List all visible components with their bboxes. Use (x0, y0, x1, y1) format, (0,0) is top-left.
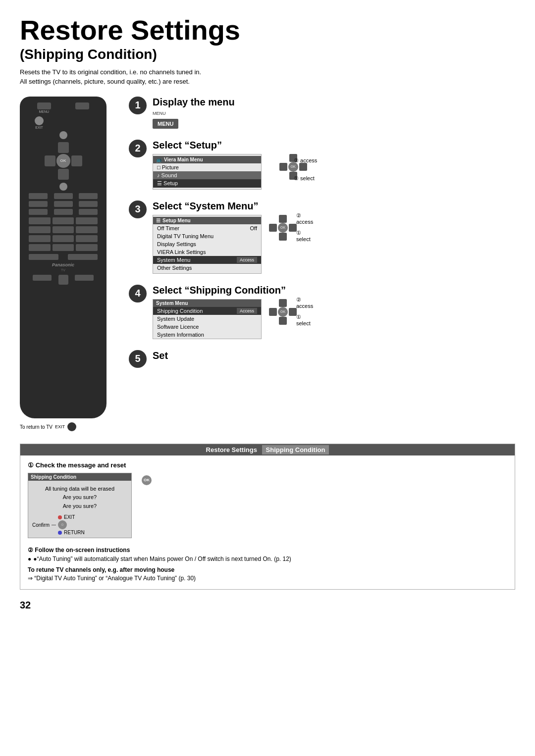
num-0[interactable] (29, 244, 51, 251)
color-btn-red[interactable] (29, 193, 48, 199)
dpad-up[interactable] (58, 142, 69, 153)
step-4-dpad-left (269, 308, 277, 316)
ok-button[interactable]: OK (142, 475, 152, 485)
channel-btn[interactable] (68, 254, 98, 260)
color-btn-blue[interactable] (29, 201, 48, 207)
step-3-ann-access: ② access (296, 212, 313, 225)
ok-row: OK (142, 475, 152, 485)
step-4-inline: System Menu Shipping Condition Access Sy… (153, 299, 515, 339)
exit-annotation-label: To return to TV (20, 424, 53, 430)
step-2-content: Select “Setup” 📺 Viera Main Menu □ Pictu… (153, 140, 515, 190)
number-pad (29, 217, 98, 251)
step-2-item-setup: ☰ Setup (153, 179, 261, 188)
step-4-dpad-right (289, 308, 297, 316)
function-btn-1[interactable] (54, 201, 73, 207)
return-to-tv-annotation: To return to TV EXIT (20, 422, 114, 431)
extra-btn-2[interactable] (75, 275, 94, 281)
num-9[interactable] (76, 235, 98, 242)
step-1: 1 Display the menu MENU MENU (129, 97, 515, 129)
step-2: 2 Select “Setup” 📺 Viera Main Menu □ Pic… (129, 140, 515, 190)
step-4-dpad-up (279, 299, 287, 307)
step-3-item-5: System Menu Access (153, 256, 261, 264)
step-4-number: 4 (129, 285, 147, 302)
bottom-header-title: Restore Settings (206, 446, 257, 454)
num-extra2[interactable] (76, 244, 98, 251)
function-btn-3[interactable] (29, 209, 48, 215)
exit-button[interactable] (35, 116, 44, 125)
step-2-menu-header: 📺 Viera Main Menu (153, 156, 261, 163)
num-extra[interactable] (53, 244, 74, 251)
follow-step-title: ② Follow the on-screen instructions (28, 547, 507, 554)
menu-small-label: MENU (153, 111, 515, 116)
color-btn-green[interactable] (54, 193, 73, 199)
dpad: OK (41, 142, 86, 180)
step-3-dpad-left (269, 224, 277, 232)
check-step-section: ① Check the message and reset Shipping C… (28, 461, 507, 541)
dpad-down[interactable] (58, 169, 69, 180)
step-2-ann-select: ① select (294, 175, 317, 182)
step-4-dpad-ok: OK (278, 307, 288, 317)
num-3[interactable] (76, 217, 98, 224)
step-3-item-1: Off TimerOff (153, 224, 261, 232)
step-4-item-update: System Update (153, 315, 261, 323)
step-3-number: 3 (129, 201, 147, 218)
color-btn-yellow[interactable] (79, 193, 98, 199)
volume-btn[interactable] (29, 254, 58, 260)
return-row: RETURN (58, 530, 85, 535)
num-6[interactable] (76, 226, 98, 233)
num-7[interactable] (29, 235, 51, 242)
num-2[interactable] (53, 217, 74, 224)
extra-btn-1[interactable] (33, 275, 52, 281)
viera-icon: 📺 (156, 157, 162, 162)
menu-label: MENU (37, 110, 51, 113)
nav-bottom[interactable] (59, 183, 67, 191)
step-2-item-picture: □ Picture (153, 163, 261, 171)
check-step-title: ① Check the message and reset (28, 461, 507, 469)
num-5[interactable] (53, 226, 74, 233)
step-4-item-shipping: Shipping Condition Access (153, 307, 261, 315)
num-1[interactable] (29, 217, 51, 224)
page-description: Resets the TV to its original condition,… (20, 67, 515, 87)
remote-body: MENU EXIT (20, 97, 107, 418)
step-2-inline: 📺 Viera Main Menu □ Picture ♪ Sound ☰ Se… (153, 154, 515, 190)
step-3-ann-select: ① select (296, 230, 311, 242)
retune-section: To retune TV channels only, e.g. after m… (28, 566, 507, 582)
step-4-dpad-down (279, 317, 287, 325)
step-3-item-6: Other Settings (153, 264, 261, 272)
num-4[interactable] (29, 226, 51, 233)
step-3-menu-header: ☰ Setup Menu (153, 217, 261, 224)
remote-top-btn-right (75, 102, 89, 109)
exit-label: EXIT (35, 126, 44, 129)
page-number: 32 (20, 600, 515, 611)
function-btn-2[interactable] (79, 201, 98, 207)
step-3-item-2: Digital TV Tuning Menu (153, 232, 261, 240)
remote-tv-label: TV (29, 268, 98, 272)
step-3-item-3: Display Settings (153, 240, 261, 248)
step-4-item-info: System Information (153, 331, 261, 339)
dpad-right[interactable] (71, 155, 82, 166)
remote-logo: Panasonic (29, 262, 98, 267)
function-btn-4[interactable] (54, 209, 73, 215)
step-1-title: Display the menu (153, 97, 515, 108)
step-3-menu: ☰ Setup Menu Off TimerOff Digital TV Tun… (153, 215, 262, 274)
dpad-left[interactable] (45, 155, 55, 166)
retune-bullet: ⇒ “Digital TV Auto Tuning” or “Analogue … (28, 575, 507, 582)
exit-dot (58, 515, 62, 519)
step-2-number: 2 (129, 140, 147, 157)
shipping-dialog-body: All tuning data will be erased Are you s… (32, 483, 127, 512)
step-2-item-sound: ♪ Sound (153, 171, 261, 179)
follow-step-section: ② Follow the on-screen instructions ● ●“… (28, 547, 507, 562)
nav-top[interactable] (59, 131, 67, 139)
dpad-ok[interactable]: OK (56, 154, 70, 168)
num-8[interactable] (53, 235, 74, 242)
step-1-content: Display the menu MENU MENU (153, 97, 515, 129)
function-btn-5[interactable] (79, 209, 98, 215)
step-4-dpad-area: OK ② access ① select (269, 299, 297, 325)
shipping-dialog-header: Shipping Condition (28, 473, 131, 481)
step-4-ann-access: ② access (296, 297, 313, 309)
step-3-title: Select “System Menu” (153, 201, 515, 212)
bottom-box-header: Restore Settings Shipping Condition (20, 444, 515, 455)
step-2-ann-access: ② access (294, 157, 317, 164)
step-4-menu: System Menu Shipping Condition Access Sy… (153, 299, 262, 339)
step-2-dpad-area: OK ② access ① select (269, 154, 317, 182)
